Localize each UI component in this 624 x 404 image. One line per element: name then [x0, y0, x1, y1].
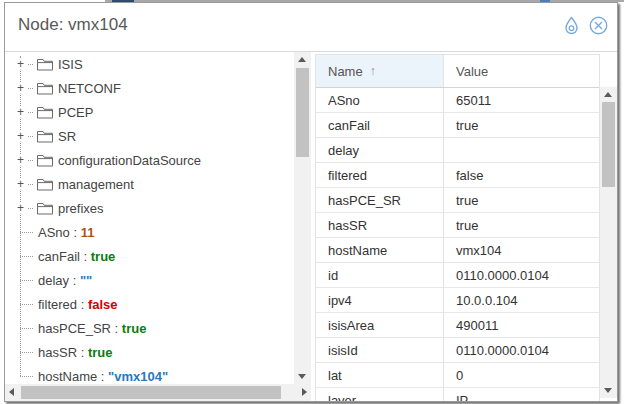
expand-plus-icon[interactable]: +	[14, 203, 27, 214]
tree-item-label: management	[58, 177, 134, 192]
tree-item[interactable]: + PCEP	[5, 100, 294, 124]
table-row[interactable]: hasPCE_SR true	[316, 188, 599, 213]
scroll-right-icon[interactable]	[302, 388, 307, 396]
table-vertical-scrollbar[interactable]	[600, 87, 617, 398]
scrollbar-thumb[interactable]	[296, 68, 309, 157]
table-row[interactable]: filtered false	[316, 163, 599, 188]
folder-icon	[37, 202, 53, 215]
tree-item[interactable]: + delay : ""	[5, 268, 294, 292]
tree-item-separator: :	[77, 297, 88, 312]
table-row[interactable]: id 0110.0000.0104	[316, 263, 599, 288]
row-name: filtered	[316, 163, 443, 187]
row-value: true	[443, 113, 599, 137]
tree-item-value: 11	[81, 225, 95, 240]
tree-item-label: SR	[58, 129, 76, 144]
tree-vertical-scrollbar[interactable]	[294, 52, 311, 384]
table-row[interactable]: delay	[316, 138, 599, 163]
scroll-left-icon[interactable]	[9, 388, 14, 396]
table-row[interactable]: hasSR true	[316, 213, 599, 238]
row-name: delay	[316, 138, 443, 162]
expand-plus-icon[interactable]: +	[14, 155, 27, 166]
tree-item-label: hasSR	[38, 345, 77, 360]
tree-item-label: ASno	[38, 225, 70, 240]
close-icon[interactable]	[589, 16, 608, 35]
scroll-down-icon[interactable]	[298, 374, 306, 379]
page-title: Node: vmx104	[18, 15, 128, 35]
tree-item[interactable]: + NETCONF	[5, 76, 294, 100]
table-row[interactable]: isisId 0110.0000.0104	[316, 338, 599, 363]
tree-item[interactable]: + hostName : "vmx104"	[5, 364, 294, 384]
tree-item-separator: :	[111, 321, 122, 336]
expand-plus-icon[interactable]: +	[14, 131, 27, 142]
tree-item-label: NETCONF	[58, 81, 121, 96]
row-name: canFail	[316, 113, 443, 137]
tree-item[interactable]: + ASno : 11	[5, 220, 294, 244]
folder-icon	[37, 154, 53, 167]
scrollbar-thumb[interactable]	[21, 386, 281, 399]
tree-item-label: configurationDataSource	[58, 153, 201, 168]
row-name: hasSR	[316, 213, 443, 237]
tree-item[interactable]: + hasSR : true	[5, 340, 294, 364]
sort-ascending-icon: ↑	[370, 64, 376, 78]
column-header-name-label: Name	[328, 64, 363, 79]
row-name: ipv4	[316, 288, 443, 312]
tree-item-label: ISIS	[58, 57, 83, 72]
scrollbar-thumb[interactable]	[602, 102, 615, 187]
row-value: 0110.0000.0104	[443, 263, 599, 287]
tree-item[interactable]: + ISIS	[5, 52, 294, 76]
expand-plus-icon[interactable]: +	[14, 179, 27, 190]
tree-item-value: "vmx104"	[108, 369, 168, 384]
tree-item-label: canFail	[38, 249, 80, 264]
column-header-name[interactable]: Name ↑	[316, 55, 443, 87]
table-row[interactable]: canFail true	[316, 113, 599, 138]
tree-item-label: filtered	[38, 297, 77, 312]
row-name: layer	[316, 388, 443, 401]
table-row[interactable]: isisArea 490011	[316, 313, 599, 338]
table-row[interactable]: ipv4 10.0.0.104	[316, 288, 599, 313]
dialog-header: Node: vmx104	[5, 3, 617, 52]
dialog-body: + ISIS	[5, 52, 617, 401]
scroll-up-icon[interactable]	[604, 92, 612, 97]
property-tree: + ISIS	[5, 52, 294, 384]
tree-item-label: delay	[38, 273, 69, 288]
tree-pane: + ISIS	[5, 52, 311, 401]
tree-item[interactable]: + hasPCE_SR : true	[5, 316, 294, 340]
screen-background: Node: vmx104	[0, 0, 624, 404]
tree-item[interactable]: + canFail : true	[5, 244, 294, 268]
tree-item[interactable]: + filtered : false	[5, 292, 294, 316]
column-header-value-label: Value	[456, 64, 488, 79]
row-value: 0110.0000.0104	[443, 338, 599, 362]
tree-item-value: true	[122, 321, 147, 336]
table-row[interactable]: hostName vmx104	[316, 238, 599, 263]
tree-item-separator: :	[69, 273, 80, 288]
row-name: id	[316, 263, 443, 287]
row-value: 65011	[443, 88, 599, 112]
row-value: IP	[443, 388, 599, 401]
folder-icon	[37, 82, 53, 95]
tree-item[interactable]: + configurationDataSource	[5, 148, 294, 172]
tree-item[interactable]: + prefixes	[5, 196, 294, 220]
properties-table: Name ↑ Value ASno 65011	[315, 54, 600, 401]
row-name: hostName	[316, 238, 443, 262]
row-name: ASno	[316, 88, 443, 112]
droplet-icon[interactable]	[564, 16, 579, 35]
tree-horizontal-scrollbar[interactable]	[5, 384, 311, 401]
expand-plus-icon[interactable]: +	[14, 83, 27, 94]
scroll-up-icon[interactable]	[298, 57, 306, 62]
row-name: lat	[316, 363, 443, 387]
table-row[interactable]: lat 0	[316, 363, 599, 388]
table-row[interactable]: layer IP	[316, 388, 599, 401]
scroll-down-icon[interactable]	[604, 388, 612, 393]
row-value: 10.0.0.104	[443, 288, 599, 312]
row-value: true	[443, 188, 599, 212]
tree-item-separator: :	[80, 249, 91, 264]
tree-item[interactable]: + management	[5, 172, 294, 196]
row-name: hasPCE_SR	[316, 188, 443, 212]
tree-item-label: hostName	[38, 369, 97, 384]
tree-item[interactable]: + SR	[5, 124, 294, 148]
expand-plus-icon[interactable]: +	[14, 107, 27, 118]
table-row[interactable]: ASno 65011	[316, 88, 599, 113]
expand-plus-icon[interactable]: +	[14, 59, 27, 70]
column-header-value[interactable]: Value	[443, 55, 599, 87]
folder-icon	[37, 106, 53, 119]
